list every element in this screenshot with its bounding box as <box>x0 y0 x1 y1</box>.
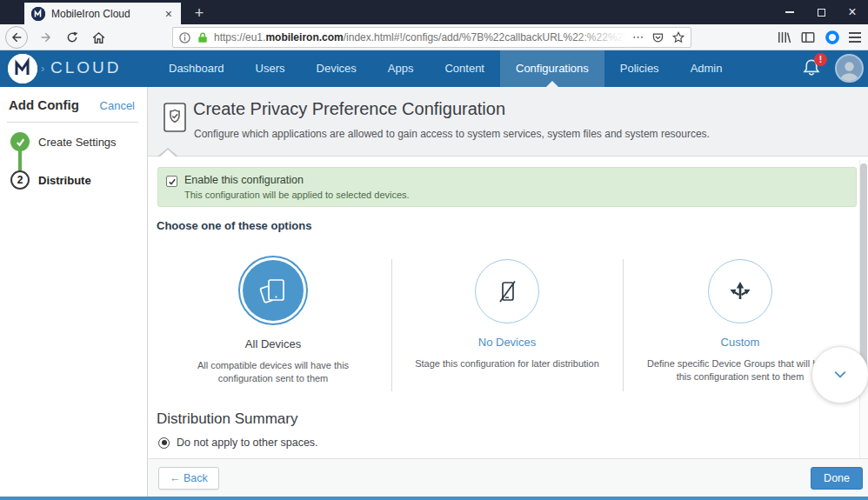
nav-item-configurations[interactable]: Configurations <box>500 50 604 87</box>
nav-item-users[interactable]: Users <box>240 50 301 87</box>
nav-item-policies[interactable]: Policies <box>604 50 675 87</box>
brand-separator: › <box>41 62 44 75</box>
all-devices-description: All compatible devices will have this co… <box>172 359 374 385</box>
mobileiron-logo[interactable] <box>8 54 37 83</box>
window-maximize-button[interactable] <box>805 0 837 24</box>
privacy-shield-icon <box>164 103 186 132</box>
notifications-bell-icon[interactable]: ! <box>800 56 828 83</box>
window-minimize-button[interactable] <box>774 0 805 24</box>
sidebar-title: Add Config <box>9 97 79 112</box>
nav-item-devices[interactable]: Devices <box>301 50 372 87</box>
devices-icon <box>257 275 289 306</box>
active-tab-notch <box>546 81 558 87</box>
mobileiron-favicon <box>31 7 45 21</box>
no-devices-circle[interactable] <box>475 259 539 323</box>
chevron-down-icon <box>827 362 853 388</box>
browser-tab[interactable]: MobileIron Cloud × <box>24 3 181 24</box>
step-complete-icon <box>10 132 30 151</box>
custom-circle[interactable] <box>708 259 772 323</box>
pocket-icon[interactable] <box>651 31 664 44</box>
library-icon[interactable] <box>776 30 791 45</box>
wizard-footer: ← Back Done <box>148 458 868 497</box>
enable-configuration-checkbox[interactable] <box>166 176 177 187</box>
step-connector <box>18 150 22 171</box>
brand-name: CLOUD <box>50 58 122 77</box>
back-button-wizard[interactable]: ← Back <box>158 467 219 490</box>
user-avatar[interactable] <box>835 54 864 83</box>
page-subtitle: Configure which applications are allowed… <box>194 128 710 140</box>
options-heading: Choose one of these options <box>157 219 311 232</box>
firefox-account-icon[interactable] <box>825 30 840 45</box>
cancel-link[interactable]: Cancel <box>100 99 135 112</box>
custom-description: Define specific Device Groups that will … <box>639 357 841 383</box>
url-bar[interactable]: https://eu1.mobileiron.com/index.html#!/… <box>172 27 691 48</box>
no-devices-label: No Devices <box>403 336 611 349</box>
enable-configuration-banner: Enable this configuration This configura… <box>157 167 857 207</box>
bookmark-star-icon[interactable] <box>671 30 685 44</box>
nav-item-dashboard[interactable]: Dashboard <box>153 50 240 87</box>
back-button[interactable] <box>5 26 28 49</box>
site-info-icon[interactable] <box>178 31 191 44</box>
browser-titlebar: MobileIron Cloud × + × <box>0 0 868 24</box>
spaces-radio-row[interactable]: Do not apply to other spaces. <box>158 437 318 449</box>
enable-configuration-label[interactable]: Enable this configuration <box>184 174 304 186</box>
new-tab-button[interactable]: + <box>188 3 210 24</box>
done-button[interactable]: Done <box>811 467 863 490</box>
sidebar-toggle-icon[interactable] <box>800 30 816 45</box>
all-devices-label: All Devices <box>169 337 377 350</box>
option-divider <box>623 259 624 391</box>
nav-links: Dashboard Users Devices Apps Content Con… <box>153 50 738 87</box>
notification-badge: ! <box>814 53 827 66</box>
browser-toolbar: https://eu1.mobileiron.com/index.html#!/… <box>0 24 868 50</box>
wizard-sidebar: Add Config Cancel 2 Create Settings Dist… <box>0 87 148 497</box>
enable-configuration-description: This configuration will be applied to se… <box>184 190 410 200</box>
step-distribute[interactable]: Distribute <box>38 174 91 187</box>
browser-window: MobileIron Cloud × + × <box>0 0 868 500</box>
page-actions-icon[interactable]: ⋯ <box>632 33 644 42</box>
step-create-settings[interactable]: Create Settings <box>38 136 117 149</box>
distribution-summary-heading: Distribution Summary <box>157 410 298 428</box>
tab-close-icon[interactable]: × <box>162 6 176 22</box>
option-divider <box>391 259 392 391</box>
page-header: Create Privacy Preference Configuration … <box>148 87 868 157</box>
nav-item-content[interactable]: Content <box>429 50 500 87</box>
nav-item-apps[interactable]: Apps <box>372 50 430 87</box>
page-title: Create Privacy Preference Configuration <box>193 99 505 119</box>
reload-button[interactable] <box>61 26 83 49</box>
option-no-devices[interactable]: No Devices Stage this configuration for … <box>403 252 611 400</box>
all-devices-circle[interactable] <box>238 256 308 325</box>
https-lock-icon[interactable] <box>197 31 209 44</box>
no-devices-description: Stage this configuration for later distr… <box>406 357 608 370</box>
custom-distribution-icon <box>725 277 755 306</box>
main-content: Create Privacy Preference Configuration … <box>148 87 868 497</box>
bottom-accent-bar <box>0 497 868 500</box>
scrollbar-thumb[interactable] <box>860 163 867 383</box>
forward-button[interactable] <box>35 26 57 49</box>
sidebar-divider <box>7 122 138 123</box>
custom-label: Custom <box>636 336 845 349</box>
url-text[interactable]: https://eu1.mobileiron.com/index.html#!/… <box>214 31 625 43</box>
scroll-down-button[interactable] <box>811 346 868 403</box>
do-not-apply-label: Do not apply to other spaces. <box>177 437 318 449</box>
home-button[interactable] <box>87 26 110 49</box>
nav-item-admin[interactable]: Admin <box>675 50 738 87</box>
menu-hamburger-icon[interactable] <box>849 32 861 43</box>
tab-title: MobileIron Cloud <box>51 8 162 20</box>
option-all-devices[interactable]: All Devices All compatible devices will … <box>169 252 377 400</box>
do-not-apply-radio[interactable] <box>158 437 170 449</box>
window-close-button[interactable]: × <box>837 0 868 24</box>
app-navbar: › CLOUD Dashboard Users Devices Apps Con… <box>0 50 868 87</box>
step-number: 2 <box>10 170 30 190</box>
no-devices-icon <box>493 277 521 305</box>
